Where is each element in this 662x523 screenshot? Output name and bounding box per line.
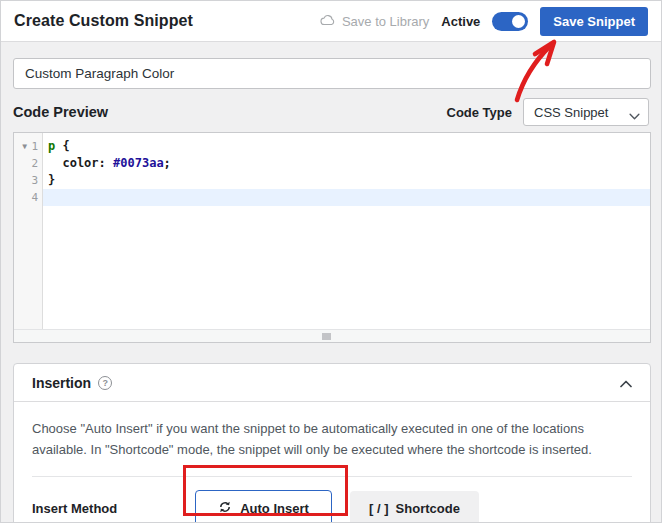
sync-icon — [218, 500, 232, 517]
insert-method-row: Insert Method Auto Ins — [32, 477, 632, 523]
chevron-down-icon — [629, 108, 640, 123]
code-editor[interactable]: ▼1p {2 color: #0073aa;3}4 — [13, 132, 651, 343]
save-to-library-button[interactable]: Save to Library — [320, 13, 429, 29]
editor-gutter-cell: 3 — [14, 172, 43, 189]
insertion-panel: Insertion ? Choose "Auto Insert" if you … — [13, 363, 651, 523]
editor-horizontal-scrollbar[interactable] — [14, 329, 650, 342]
code-editor-text[interactable]: ▼1p {2 color: #0073aa;3}4 — [14, 133, 650, 329]
page-title: Create Custom Snippet — [14, 12, 193, 30]
code-line-content[interactable]: } — [43, 172, 650, 189]
wpcode-create-snippet-page: Create Custom Snippet Save to Library Ac… — [0, 0, 662, 523]
line-number: 2 — [30, 155, 38, 172]
line-number: 3 — [30, 172, 38, 189]
chevron-up-icon[interactable] — [620, 374, 632, 392]
save-to-library-label: Save to Library — [342, 14, 429, 29]
code-type-value: CSS Snippet — [534, 105, 608, 120]
code-line[interactable]: 2 color: #0073aa; — [14, 155, 650, 172]
fold-arrow-icon[interactable]: ▼ — [22, 138, 27, 155]
code-type-group: Code Type CSS Snippet — [447, 98, 650, 126]
shortcode-button[interactable]: [ / ] Shortcode — [350, 491, 479, 523]
insertion-description: Choose "Auto Insert" if you want the sni… — [32, 419, 632, 461]
insertion-panel-body: Choose "Auto Insert" if you want the sni… — [14, 402, 650, 523]
active-label: Active — [441, 14, 480, 29]
code-type-select[interactable]: CSS Snippet — [523, 98, 649, 126]
code-preview-heading: Code Preview — [13, 104, 108, 120]
code-line-content[interactable]: color: #0073aa; — [43, 155, 650, 172]
shortcode-brackets-icon: [ / ] — [369, 501, 389, 516]
line-number: 1 — [30, 138, 38, 155]
insert-method-label: Insert Method — [32, 501, 195, 516]
code-line[interactable]: ▼1p { — [14, 138, 650, 155]
code-line-content[interactable] — [43, 189, 650, 206]
scrollbar-handle[interactable] — [322, 333, 331, 340]
editor-gutter-cell: 2 — [14, 155, 43, 172]
editor-gutter-cell: ▼1 — [14, 138, 43, 155]
insertion-heading: Insertion — [32, 375, 91, 391]
shortcode-label: Shortcode — [396, 501, 460, 516]
save-snippet-button[interactable]: Save Snippet — [540, 7, 648, 36]
code-line-content[interactable]: p { — [43, 138, 650, 155]
code-preview-row: Code Preview Code Type CSS Snippet — [13, 98, 649, 126]
auto-insert-label: Auto Insert — [240, 501, 309, 516]
cloud-icon — [320, 13, 336, 29]
code-type-label: Code Type — [447, 105, 513, 120]
insertion-panel-header[interactable]: Insertion ? — [14, 364, 650, 402]
editor-gutter-cell: 4 — [14, 189, 43, 206]
line-number: 4 — [30, 189, 38, 206]
toggle-knob — [512, 15, 525, 28]
auto-insert-button[interactable]: Auto Insert — [195, 490, 332, 523]
code-line[interactable]: 4 — [14, 189, 650, 206]
code-line[interactable]: 3} — [14, 172, 650, 189]
header-actions: Save to Library Active Save Snippet — [320, 7, 648, 36]
header-bar: Create Custom Snippet Save to Library Ac… — [1, 1, 661, 42]
insert-method-buttons: Auto Insert [ / ] Shortcode — [195, 490, 479, 523]
content-area: Code Preview Code Type CSS Snippet ▼1p {… — [1, 42, 661, 523]
help-icon[interactable]: ? — [98, 376, 112, 390]
active-toggle[interactable] — [492, 12, 528, 31]
snippet-title-input[interactable] — [13, 58, 651, 89]
